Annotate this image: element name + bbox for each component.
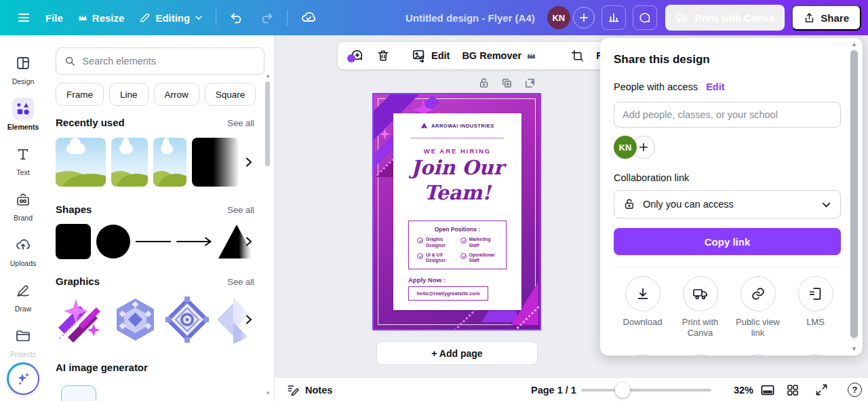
chip-arrow[interactable]: Arrow <box>154 83 199 106</box>
link-access-dropdown[interactable]: Only you can access <box>614 190 841 218</box>
scroll-down-arrow[interactable]: ▼ <box>265 391 271 396</box>
collaborator-avatar[interactable]: KN <box>614 136 637 159</box>
image-thumbnail[interactable] <box>192 138 239 187</box>
sidebar-item-text[interactable]: Text <box>0 137 46 183</box>
redo-button[interactable] <box>252 5 281 31</box>
user-avatar[interactable]: KN <box>547 6 570 29</box>
line-shape[interactable] <box>136 241 171 242</box>
panel-scrollbar-thumb[interactable] <box>265 81 270 166</box>
cloud-save-status[interactable] <box>293 4 324 31</box>
notes-icon <box>287 383 300 396</box>
sidebar-item-projects[interactable]: Projects <box>0 319 46 364</box>
lms-action[interactable]: LMS <box>787 276 844 339</box>
image-thumbnail[interactable] <box>111 138 148 187</box>
graphic-thumbnail-diamond[interactable] <box>164 295 210 344</box>
lock-icon <box>623 198 635 210</box>
delete-button[interactable] <box>372 45 395 66</box>
square-shape[interactable] <box>56 224 91 259</box>
design-title[interactable]: Untitled design - Flyer (A4) <box>406 12 535 24</box>
sidebar-item-design[interactable]: Design <box>0 46 46 92</box>
sidebar-item-uploads[interactable]: Uploads <box>0 228 46 273</box>
lock-icon <box>478 77 490 89</box>
chevron-right-icon <box>243 236 254 247</box>
image-thumbnail[interactable] <box>153 138 186 187</box>
arrow-shape[interactable] <box>176 237 213 246</box>
undo-icon <box>229 10 244 25</box>
google-classroom-action[interactable] <box>671 354 729 356</box>
sidebar-item-brand[interactable]: Brand <box>0 183 46 228</box>
chip-frame[interactable]: Frame <box>56 83 104 106</box>
add-member-button[interactable] <box>573 7 595 28</box>
zoom-slider-track[interactable] <box>581 389 711 392</box>
share-scroll-up-arrow[interactable]: ▲ <box>851 41 857 47</box>
bg-remover-button[interactable]: BG Remover <box>457 46 541 65</box>
image-thumbnail[interactable] <box>56 138 106 187</box>
row-next-button[interactable] <box>243 314 254 325</box>
scroll-up-arrow[interactable]: ▲ <box>265 73 271 79</box>
public-view-link-action[interactable]: Public view link <box>729 276 787 339</box>
main-menu-button[interactable] <box>9 5 38 30</box>
flyer-page[interactable]: ARROWAI INDUSTRIES WE ARE HIRING Join Ou… <box>374 94 540 329</box>
presentation-view-button[interactable] <box>760 378 775 401</box>
trash-icon <box>376 49 390 62</box>
edit-access-link[interactable]: Edit <box>706 81 724 92</box>
notes-button[interactable]: Notes <box>287 378 332 401</box>
microsoft-teams-action[interactable] <box>729 354 787 356</box>
add-page-button[interactable]: + Add page <box>376 341 538 365</box>
insights-button[interactable] <box>601 5 626 30</box>
graphic-thumbnail-cube[interactable] <box>112 295 159 344</box>
grid-view-button[interactable] <box>786 378 800 401</box>
editing-mode-button[interactable]: Editing <box>132 7 210 29</box>
cloud-check-icon <box>300 9 317 26</box>
add-people-input[interactable] <box>614 102 841 128</box>
bar-chart-icon <box>608 12 620 24</box>
fullscreen-button[interactable] <box>815 378 828 401</box>
circle-shape[interactable] <box>96 225 130 259</box>
share-scrollbar-thumb[interactable] <box>850 50 858 338</box>
zoom-slider-thumb[interactable] <box>615 383 630 398</box>
help-button[interactable]: ? <box>848 378 862 401</box>
add-page-icon-button[interactable] <box>524 77 536 89</box>
row-next-button[interactable] <box>243 157 254 168</box>
graphic-thumbnail-shards[interactable] <box>56 295 106 344</box>
search-box[interactable] <box>56 47 264 75</box>
copy-link-button[interactable]: Copy link <box>614 228 841 255</box>
edit-image-button[interactable]: Edit <box>407 45 454 66</box>
magic-studio-button[interactable] <box>7 362 39 395</box>
print-with-canva-action[interactable]: Print with Canva <box>671 276 729 339</box>
sidebar-item-elements[interactable]: Elements <box>0 92 46 137</box>
comments-button[interactable] <box>633 5 657 30</box>
share-button[interactable]: Share <box>791 5 861 31</box>
lock-page-button[interactable] <box>478 77 490 89</box>
see-all-link[interactable]: See all <box>227 118 254 128</box>
row-next-button[interactable] <box>243 236 254 247</box>
crown-icon <box>526 52 536 60</box>
chip-square[interactable]: Square <box>205 83 256 106</box>
comment-add-button[interactable] <box>344 44 369 67</box>
crop-button[interactable] <box>566 45 589 66</box>
chip-line[interactable]: Line <box>109 83 149 106</box>
page-controls <box>478 77 536 89</box>
share-panel-title: Share this design <box>614 53 849 66</box>
hamburger-icon <box>17 11 31 24</box>
duplicate-page-button[interactable] <box>501 77 513 89</box>
see-all-link[interactable]: See all <box>227 277 254 287</box>
download-action[interactable]: Download <box>614 276 671 339</box>
sidebar-item-draw[interactable]: Draw <box>0 273 46 319</box>
share-divider <box>614 267 841 267</box>
see-all-link[interactable]: See all <box>227 205 254 215</box>
undo-button[interactable] <box>222 5 252 31</box>
file-menu-button[interactable]: File <box>38 7 71 29</box>
graphics-header: Graphics See all <box>56 275 254 287</box>
zoom-slider[interactable] <box>581 378 711 401</box>
share-scroll-down-arrow[interactable]: ▼ <box>851 346 857 352</box>
search-input[interactable] <box>82 56 256 66</box>
more-options-action[interactable] <box>787 354 844 356</box>
flyer-logo-row: ARROWAI INDUSTRIES <box>393 122 521 129</box>
ai-generator-card[interactable] <box>61 385 96 401</box>
print-with-canva-button[interactable]: Print with Canva <box>665 5 785 31</box>
zoom-level[interactable]: 32% <box>722 378 753 401</box>
resize-menu-button[interactable]: Resize <box>71 7 132 29</box>
template-link-action[interactable] <box>614 354 671 356</box>
chevron-down-icon <box>821 199 831 210</box>
